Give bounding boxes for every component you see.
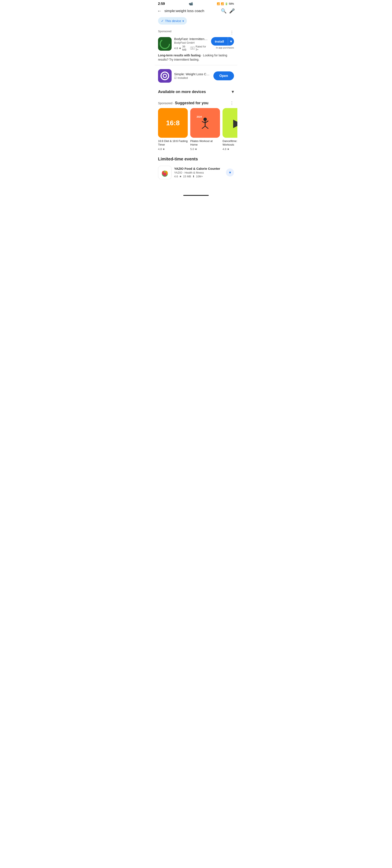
diet-star-icon: ★	[163, 148, 165, 151]
bodyfast-rating: 4.8	[174, 46, 178, 50]
suggested-header: Sponsored · Suggested for you ⋮	[155, 98, 237, 107]
status-bar: 2:59 📹 📶 📶 🔋 58%	[155, 0, 237, 6]
chevron-down-icon: ▾	[183, 19, 184, 23]
search-input[interactable]	[164, 9, 218, 13]
more-options-icon[interactable]: ⋮	[230, 30, 234, 35]
sponsored-suggested-label: Sponsored · Suggested for you	[158, 101, 208, 105]
dance-app-rating: 4.8 ★	[223, 148, 237, 151]
simple-app-name: Simple: Weight Loss Coach	[174, 72, 211, 76]
yazio-star-icon: ★	[179, 175, 182, 178]
svg-point-14	[164, 170, 166, 173]
ad-description: Long-term results with fasting · Looking…	[158, 53, 234, 62]
available-chevron-icon: ▾	[232, 89, 234, 94]
pilates-app-thumb[interactable]: 2024 Pilates Workout at Home 5.0 ★	[190, 108, 220, 151]
pilates-star-icon: ★	[195, 148, 197, 151]
installed-badge: ☑ Installed	[174, 76, 211, 80]
status-icons: 📶 📶 🔋 58%	[217, 2, 234, 5]
suggested-more-icon[interactable]: ⋮	[230, 100, 234, 105]
bodyfast-developer: BodyFast GmbH	[174, 41, 208, 44]
bodyfast-app-card[interactable]: BodyFast: Intermittent ... BodyFast GmbH…	[158, 37, 234, 51]
limited-events-title: Limited-time events	[155, 153, 237, 164]
this-device-filter[interactable]: ✓ This device ▾	[158, 17, 187, 25]
yazio-size: 15 MB	[183, 175, 191, 178]
bodyfast-app-icon	[158, 37, 172, 51]
sponsored-label: Sponsored	[158, 30, 171, 33]
bodyfast-icon-wrapper	[158, 37, 172, 51]
suggested-apps-scroll[interactable]: 16:8 16:8 Diet & 18:6 Fasting Timer 4.8 …	[155, 107, 237, 153]
installed-check-icon: ☑	[174, 76, 177, 80]
svg-point-0	[160, 39, 169, 49]
bottom-bar	[155, 191, 237, 197]
yazio-app-icon	[158, 166, 172, 179]
installed-label: Installed	[177, 76, 188, 80]
wifi-icon: 📶	[221, 2, 224, 5]
diet-app-rating: 4.8 ★	[158, 148, 188, 151]
svg-point-2	[163, 74, 167, 78]
search-icons-group: 🔍 🎤	[221, 8, 235, 14]
svg-line-7	[205, 121, 208, 123]
yazio-developer: YAZIO · Health & fitness	[174, 171, 223, 174]
signal-icon: 📶	[217, 2, 220, 5]
svg-point-1	[161, 72, 169, 80]
simple-app-card[interactable]: Simple: Weight Loss Coach ☑ Installed Op…	[155, 66, 237, 86]
spacer	[155, 183, 237, 191]
yazio-downloads: 10M+	[196, 175, 203, 178]
suggested-label-group: Sponsored · Suggested for you	[158, 101, 208, 105]
pilates-app-icon: 2024	[190, 108, 220, 138]
in-app-purchases: In-app purchases	[216, 46, 234, 49]
expand-icon: ▾	[229, 170, 231, 175]
check-icon: ✓	[161, 19, 164, 23]
yazio-event-card[interactable]: YAZIO Food & Calorie Counter YAZIO · Hea…	[155, 164, 237, 183]
install-button[interactable]: Install ▾	[211, 37, 234, 45]
camera-icon: 📹	[189, 2, 193, 6]
sponsored-section-1: Sponsored ⋮ BodyFast: Intermittent ... B…	[155, 27, 237, 64]
diet-app-icon: 16:8	[158, 108, 188, 138]
download-icon: ⬇	[192, 175, 195, 178]
bottom-nav-indicator	[183, 195, 209, 196]
sponsored-header: Sponsored ⋮	[158, 30, 234, 35]
yazio-app-info: YAZIO Food & Calorie Counter YAZIO · Hea…	[174, 167, 223, 178]
bodyfast-rated: Rated for 3+	[196, 45, 208, 51]
filter-row: ✓ This device ▾	[155, 16, 237, 27]
filter-label: This device	[165, 19, 181, 23]
install-btn-wrapper: Install ▾ In-app purchases	[211, 37, 234, 49]
sponsored2-label: Sponsored ·	[158, 101, 175, 105]
expand-button[interactable]: ▾	[226, 168, 234, 177]
svg-line-8	[202, 126, 205, 129]
svg-line-9	[205, 126, 208, 129]
yazio-app-name: YAZIO Food & Calorie Counter	[174, 167, 223, 170]
simple-app-icon	[158, 69, 172, 83]
divider-1	[155, 65, 237, 65]
back-button[interactable]: ←	[157, 8, 162, 14]
svg-text:2024: 2024	[197, 116, 202, 118]
bodyfast-app-info: BodyFast: Intermittent ... BodyFast GmbH…	[174, 37, 208, 51]
dance-star-icon: ★	[227, 148, 229, 151]
dance-app-thumb[interactable]: ▶ Dancefitme: Fun Workouts 4.8 ★	[223, 108, 237, 151]
install-label: Install	[211, 37, 228, 45]
dance-app-name: Dancefitme: Fun Workouts	[223, 140, 237, 147]
available-title: Available on more devices	[158, 90, 206, 94]
bodyfast-meta: 4.8 ★ 36 MB 3+ Rated for 3+	[174, 45, 208, 51]
battery-percent: 58%	[229, 2, 234, 5]
bodyfast-star-icon: ★	[179, 46, 181, 50]
mic-icon[interactable]: 🎤	[229, 8, 235, 14]
pilates-app-rating: 5.0 ★	[190, 148, 220, 151]
search-bar: ← 🔍 🎤	[155, 6, 237, 16]
suggested-for-you-title: Suggested for you	[175, 101, 208, 105]
bodyfast-age-badge: 3+	[190, 46, 195, 50]
install-dropdown-icon[interactable]: ▾	[228, 37, 234, 45]
status-time: 2:59	[158, 2, 165, 6]
diet-app-thumb[interactable]: 16:8 16:8 Diet & 18:6 Fasting Timer 4.8 …	[158, 108, 188, 151]
battery-icon: 🔋	[225, 2, 228, 5]
svg-line-6	[202, 121, 205, 123]
bodyfast-size: 36 MB	[182, 45, 190, 51]
pilates-app-name: Pilates Workout at Home	[190, 140, 220, 147]
search-icon[interactable]: 🔍	[221, 8, 227, 14]
available-on-more-devices[interactable]: Available on more devices ▾	[155, 86, 237, 98]
dance-app-icon: ▶	[223, 108, 237, 138]
diet-app-name: 16:8 Diet & 18:6 Fasting Timer	[158, 140, 188, 147]
svg-point-4	[203, 118, 207, 121]
bodyfast-app-name: BodyFast: Intermittent ...	[174, 37, 208, 41]
yazio-meta: 4.6 ★ 15 MB ⬇ 10M+	[174, 175, 223, 178]
open-button[interactable]: Open	[214, 71, 234, 80]
